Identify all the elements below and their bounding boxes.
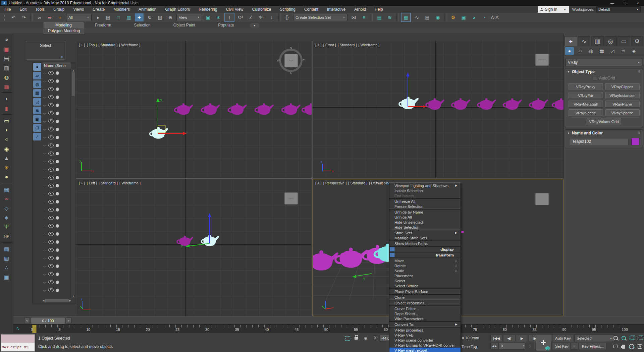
window-crossing-icon[interactable]: ▥ ▼ (124, 13, 133, 21)
menu-item[interactable]: Convert To: ▶ (389, 321, 461, 327)
explorer-row[interactable] (43, 77, 71, 85)
visibility-eye-icon[interactable] (48, 288, 54, 292)
visibility-eye-icon[interactable] (48, 160, 54, 164)
visibility-eye-icon[interactable] (48, 232, 54, 236)
visibility-eye-icon[interactable] (48, 200, 54, 204)
maximize-button[interactable]: □ (619, 0, 631, 6)
object-dot-icon[interactable] (56, 273, 59, 276)
toolbar-separator[interactable]: ▼ (278, 14, 280, 21)
time-slider-next-button[interactable]: > (66, 317, 71, 324)
unlink-selection-icon[interactable]: ∞ ▼ (45, 13, 54, 21)
filter-spacewarps-icon[interactable]: ≋ (33, 107, 41, 114)
visibility-eye-icon[interactable] (48, 280, 54, 284)
app-logo-icon[interactable]: 3 (1, 1, 7, 5)
previous-frame-icon[interactable]: ◀| (503, 335, 515, 342)
toolbar-separator[interactable]: ▼ (371, 14, 373, 21)
menu-item[interactable]: Select (389, 278, 461, 283)
tab-motion[interactable]: ◎ (604, 36, 617, 46)
undo-icon[interactable]: ↶ ▼ (9, 13, 18, 21)
menu-item[interactable]: End Isolate (389, 193, 461, 198)
use-pivot-center-icon[interactable]: ▣ ▼ (204, 13, 212, 21)
object-name-field[interactable]: Teapot102 (570, 138, 629, 145)
angle-snap-icon[interactable]: ∠ ▼ (247, 13, 255, 21)
redo-icon[interactable]: ↷ ▼ (19, 13, 28, 21)
object-type-button[interactable]: VRayScene (569, 109, 603, 116)
explorer-row[interactable] (43, 117, 71, 125)
object-dot-icon[interactable] (56, 120, 59, 123)
ribbon-tab[interactable]: Modeling (44, 22, 84, 28)
explorer-horizontal-scrollbar[interactable]: ◀▶ (43, 298, 71, 303)
vray-sun-icon[interactable]: ☀ (2, 163, 11, 172)
rollout-header[interactable]: ▼ Name and Color ⠿ (565, 130, 643, 136)
rendered-frame-window-icon[interactable]: ▣ ▼ (459, 13, 468, 21)
spinner-snap-icon[interactable]: ↕ ▼ (267, 13, 276, 21)
menu-item[interactable]: Scripting (275, 6, 300, 13)
zoom-region-icon[interactable] (612, 343, 619, 350)
vray-grass-icon[interactable]: Ψ (2, 223, 11, 231)
object-dot-icon[interactable] (56, 232, 59, 236)
timeline-ruler[interactable]: ∿ 0 5 10 15 20 25 30 35 40 45 (13, 324, 644, 333)
menu-item[interactable]: Manage State Sets... (389, 235, 461, 240)
vray-sphere-light-icon[interactable]: ○ (2, 135, 11, 144)
set-keys-button[interactable]: + (536, 334, 551, 351)
viewport-label-part[interactable]: [ Standard ] (348, 181, 367, 185)
filter-xrefs-icon[interactable]: ⊡ (33, 124, 41, 132)
vray-volumegrid-icon[interactable]: ▩ (2, 244, 11, 253)
viewport-label-part[interactable]: [ Standard ] (99, 181, 118, 185)
explorer-row[interactable] (43, 133, 71, 141)
expand-panel-button[interactable]: » (61, 55, 63, 59)
object-dot-icon[interactable] (56, 104, 59, 107)
viewcube[interactable]: TOP (284, 54, 298, 67)
explorer-row[interactable] (43, 182, 71, 190)
category-helpers[interactable]: ◿ (608, 47, 617, 55)
rollout-header[interactable]: ▼ Object Type ⠿ (565, 68, 643, 75)
menu-item[interactable]: Scale □ (389, 268, 461, 273)
visibility-eye-icon[interactable] (48, 127, 54, 131)
tab-modify[interactable]: ∿ (578, 36, 591, 46)
explorer-row[interactable] (43, 158, 71, 166)
tab-create[interactable]: + (565, 36, 577, 46)
vray-light-lister-icon[interactable]: ◍ (2, 73, 11, 81)
auto-key-button[interactable]: Auto Key (552, 335, 574, 342)
menu-item[interactable]: Arnold (350, 6, 370, 13)
object-dot-icon[interactable] (56, 265, 59, 268)
visibility-eye-icon[interactable] (48, 256, 54, 260)
vray-scene-icon[interactable]: ▣ (2, 273, 11, 281)
menu-item[interactable]: Place Pivot Surface (389, 288, 461, 294)
menu-item[interactable]: Animation (134, 6, 161, 13)
menu-item[interactable]: display (389, 246, 461, 252)
object-dot-icon[interactable] (56, 160, 59, 163)
menu-item[interactable]: Curve Editor... (389, 305, 461, 311)
time-configuration-icon[interactable]: ◔ (526, 343, 533, 349)
menu-item[interactable]: Unhide All (389, 215, 461, 220)
menu-item[interactable]: V-Ray scene converter (389, 338, 461, 343)
explorer-row[interactable] (43, 278, 71, 286)
menu-item[interactable]: File (0, 6, 15, 13)
vray-plane-light-icon[interactable]: ▭ (2, 116, 11, 125)
explorer-name-column-header[interactable]: Name (Sorte (43, 62, 71, 69)
orbit-icon[interactable] (628, 343, 635, 350)
filter-bones-icon[interactable]: ∕ (33, 133, 41, 140)
set-key-button[interactable]: Set Key (552, 343, 572, 350)
play-icon[interactable]: ▶ (516, 335, 528, 342)
ribbon-tab[interactable]: Freeform (84, 22, 123, 28)
menu-item[interactable]: Civil View (222, 6, 248, 13)
object-dot-icon[interactable] (56, 96, 59, 99)
time-slider[interactable]: 0 / 100 (31, 317, 65, 324)
scrollbar-thumb[interactable] (72, 72, 75, 96)
explorer-row[interactable] (43, 270, 71, 278)
select-and-move-icon[interactable]: + ▼ (135, 13, 144, 21)
current-frame-field[interactable]: 0 ▲▼ (499, 343, 525, 349)
explorer-row[interactable] (43, 238, 71, 246)
select-and-scale-icon[interactable]: ▨ ▼ (156, 13, 164, 21)
object-type-button[interactable]: VRaySphere (605, 109, 640, 116)
vray-dome-light-icon[interactable]: ◗ (2, 95, 11, 103)
close-button[interactable]: × (631, 0, 644, 6)
vray-clipper-icon[interactable]: ▧ (2, 254, 11, 262)
explorer-row[interactable] (43, 166, 71, 174)
minimize-button[interactable]: — (606, 0, 619, 6)
key-filters-button[interactable]: Key Filters... (579, 343, 606, 350)
explorer-row[interactable] (43, 198, 71, 206)
menu-item[interactable]: Move □ (389, 257, 461, 263)
object-dot-icon[interactable] (56, 87, 59, 91)
